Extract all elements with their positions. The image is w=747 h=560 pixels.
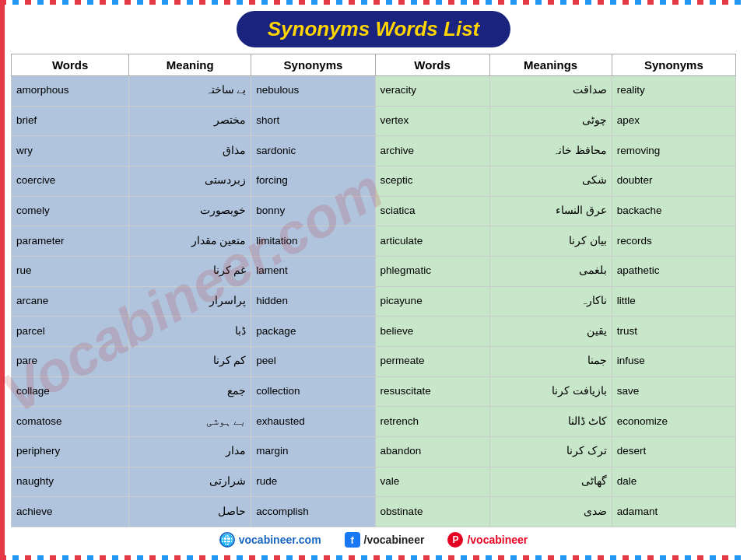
table-cell-12-3: abandon bbox=[375, 436, 489, 467]
table-row: peripheryمدارmarginabandonترک کرناdesert bbox=[12, 436, 736, 467]
table-cell-3-4: شکی bbox=[489, 166, 612, 196]
table-cell-0-2: nebulous bbox=[251, 76, 375, 107]
table-cell-3-0: coercive bbox=[12, 166, 129, 196]
pinterest-label: /vocabineer bbox=[467, 534, 528, 546]
table-cell-13-3: vale bbox=[375, 467, 489, 497]
table-cell-9-1: کم کرنا bbox=[129, 346, 251, 376]
table-cell-7-3: picayune bbox=[375, 286, 489, 317]
footer-website: 🌐 vocabineer.com bbox=[219, 532, 321, 548]
table-cell-1-2: short bbox=[251, 106, 375, 136]
table-cell-2-5: removing bbox=[612, 136, 735, 166]
table-cell-10-0: collage bbox=[12, 376, 129, 407]
table-cell-13-1: شرارتی bbox=[129, 467, 251, 497]
table-cell-10-5: save bbox=[612, 376, 735, 407]
table-cell-6-5: apathetic bbox=[612, 256, 735, 286]
table-cell-6-2: lament bbox=[251, 256, 375, 286]
table-cell-14-5: adamant bbox=[612, 497, 735, 527]
table-cell-5-5: records bbox=[612, 226, 735, 257]
table-cell-4-5: backache bbox=[612, 196, 735, 226]
table-row: comatoseبے ہوشیexhaustedretrenchکاٹ ڈالن… bbox=[12, 407, 736, 437]
table-cell-8-2: package bbox=[251, 317, 375, 347]
table-cell-4-3: sciatica bbox=[375, 196, 489, 226]
synonyms-table: Words Meaning Synonyms Words Meanings Sy… bbox=[11, 54, 736, 527]
table-cell-11-3: retrench bbox=[375, 407, 489, 437]
table-cell-5-4: بیان کرنا bbox=[489, 226, 612, 257]
table-cell-14-4: ضدی bbox=[489, 497, 612, 527]
table-row: pareکم کرناpeelpermeateجمناinfuse bbox=[12, 346, 736, 376]
table-cell-14-3: obstinate bbox=[375, 497, 489, 527]
table-row: briefمختصرshortvertexچوٹیapex bbox=[12, 106, 736, 136]
table-cell-1-0: brief bbox=[12, 106, 129, 136]
table-cell-3-3: sceptic bbox=[375, 166, 489, 196]
main-table-wrapper: Vocabineer.com Words Meaning Synonyms Wo… bbox=[11, 54, 736, 527]
table-cell-12-5: desert bbox=[612, 436, 735, 467]
table-cell-6-3: phlegmatic bbox=[375, 256, 489, 286]
table-cell-13-4: گھاٹی bbox=[489, 467, 612, 497]
facebook-icon: f bbox=[345, 532, 360, 548]
table-cell-3-2: forcing bbox=[251, 166, 375, 196]
title-bar: Synonyms Words List bbox=[11, 11, 736, 47]
table-cell-5-2: limitation bbox=[251, 226, 375, 257]
col-header-words: Words bbox=[12, 54, 129, 76]
table-cell-8-1: ڈبا bbox=[129, 317, 251, 347]
footer-pinterest: P /vocabineer bbox=[447, 532, 528, 548]
table-row: coerciveزبردستیforcingscepticشکیdoubter bbox=[12, 166, 736, 196]
table-cell-3-1: زبردستی bbox=[129, 166, 251, 196]
table-cell-9-2: peel bbox=[251, 346, 375, 376]
col-header-synonyms: Synonyms bbox=[251, 54, 375, 76]
table-cell-13-2: rude bbox=[251, 467, 375, 497]
table-cell-2-4: محافظ خانہ bbox=[489, 136, 612, 166]
table-cell-7-4: ناکارہ bbox=[489, 286, 612, 317]
table-cell-12-4: ترک کرنا bbox=[489, 436, 612, 467]
table-row: achieveحاصلaccomplishobstinateضدیadamant bbox=[12, 497, 736, 527]
table-cell-9-4: جمنا bbox=[489, 346, 612, 376]
footer: 🌐 vocabineer.com f /vocabineer P /vocabi… bbox=[11, 527, 736, 549]
table-row: arcaneپراسرارhiddenpicayuneناکارہlittle bbox=[12, 286, 736, 317]
inner-content: Synonyms Words List Vocabineer.com Words… bbox=[5, 5, 742, 555]
table-cell-2-3: archive bbox=[375, 136, 489, 166]
table-cell-0-4: صداقت bbox=[489, 76, 612, 107]
table-row: collageجمعcollectionresuscitateبازیافت ک… bbox=[12, 376, 736, 407]
table-header: Words Meaning Synonyms Words Meanings Sy… bbox=[12, 54, 736, 76]
table-row: comelyخوبصورتbonnysciaticaعرق النساءback… bbox=[12, 196, 736, 226]
table-cell-10-2: collection bbox=[251, 376, 375, 407]
col-header-meaning: Meaning bbox=[129, 54, 251, 76]
table-cell-7-2: hidden bbox=[251, 286, 375, 317]
table-cell-0-1: بے ساختہ bbox=[129, 76, 251, 107]
table-cell-4-0: comely bbox=[12, 196, 129, 226]
table-cell-2-1: مذاق bbox=[129, 136, 251, 166]
table-cell-12-2: margin bbox=[251, 436, 375, 467]
table-cell-6-4: بلغمی bbox=[489, 256, 612, 286]
table-cell-12-0: periphery bbox=[12, 436, 129, 467]
outer-border: Synonyms Words List Vocabineer.com Words… bbox=[0, 0, 747, 560]
col-header-meanings2: Meanings bbox=[489, 54, 612, 76]
table-cell-2-2: sardonic bbox=[251, 136, 375, 166]
table-cell-10-4: بازیافت کرنا bbox=[489, 376, 612, 407]
table-cell-11-5: economize bbox=[612, 407, 735, 437]
table-cell-11-1: بے ہوشی bbox=[129, 407, 251, 437]
table-cell-8-5: trust bbox=[612, 317, 735, 347]
table-body: amorphousبے ساختہnebulousveracityصداقتre… bbox=[12, 76, 736, 527]
table-cell-5-1: متعین مقدار bbox=[129, 226, 251, 257]
website-label: vocabineer.com bbox=[239, 534, 321, 546]
table-cell-4-2: bonny bbox=[251, 196, 375, 226]
footer-facebook: f /vocabineer bbox=[345, 532, 425, 548]
table-cell-10-1: جمع bbox=[129, 376, 251, 407]
col-header-synonyms2: Synonyms bbox=[612, 54, 735, 76]
table-cell-11-4: کاٹ ڈالنا bbox=[489, 407, 612, 437]
table-cell-2-0: wry bbox=[12, 136, 129, 166]
page-title: Synonyms Words List bbox=[237, 11, 511, 47]
table-row: parcelڈباpackagebelieveیقینtrust bbox=[12, 317, 736, 347]
table-cell-6-1: غم کرنا bbox=[129, 256, 251, 286]
table-cell-0-0: amorphous bbox=[12, 76, 129, 107]
col-header-words2: Words bbox=[375, 54, 489, 76]
table-row: rueغم کرناlamentphlegmaticبلغمیapathetic bbox=[12, 256, 736, 286]
table-cell-9-3: permeate bbox=[375, 346, 489, 376]
table-row: amorphousبے ساختہnebulousveracityصداقتre… bbox=[12, 76, 736, 107]
table-cell-9-0: pare bbox=[12, 346, 129, 376]
table-cell-7-0: arcane bbox=[12, 286, 129, 317]
table-cell-1-4: چوٹی bbox=[489, 106, 612, 136]
table-cell-9-5: infuse bbox=[612, 346, 735, 376]
table-cell-14-0: achieve bbox=[12, 497, 129, 527]
table-cell-3-5: doubter bbox=[612, 166, 735, 196]
